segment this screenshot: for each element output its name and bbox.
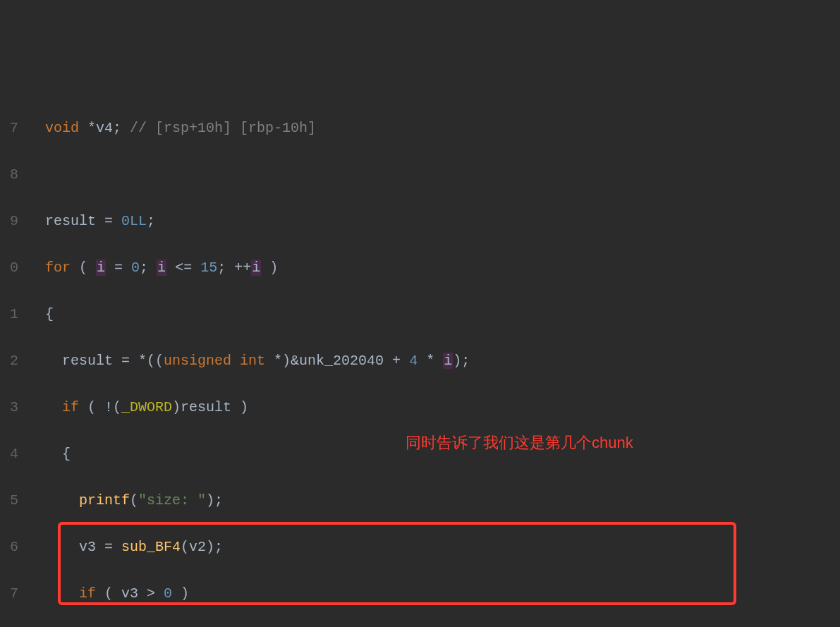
- variable-i-highlight: i: [251, 260, 261, 276]
- code-line[interactable]: result = 0LL;: [28, 209, 571, 233]
- line-number: 7: [0, 582, 18, 605]
- line-number: 8: [0, 163, 18, 186]
- code-line[interactable]: result = *((unsigned int *)&unk_202040 +…: [28, 349, 571, 372]
- line-number: 6: [0, 535, 18, 559]
- code-line[interactable]: if ( v3 > 0 ): [28, 582, 571, 605]
- line-number: 0: [0, 256, 18, 279]
- code-line[interactable]: if ( !(_DWORD)result ): [28, 396, 571, 419]
- line-number: 2: [0, 349, 18, 372]
- line-number: 4: [0, 442, 18, 465]
- line-number: 3: [0, 396, 18, 419]
- code-line[interactable]: void *v4; // [rsp+10h] [rbp-10h]: [28, 116, 571, 140]
- variable-i-highlight: i: [443, 353, 453, 369]
- line-number: 9: [0, 209, 18, 233]
- line-number-gutter: 7 8 9 0 1 2 3 4 5 6 7 8 9 0 1 2 3 4 5 6 …: [0, 93, 24, 627]
- code-line[interactable]: {: [28, 303, 571, 326]
- code-line[interactable]: printf("size: ");: [28, 489, 571, 512]
- variable-i-highlight: i: [96, 260, 106, 276]
- line-number: 7: [0, 116, 18, 140]
- code-area[interactable]: void *v4; // [rsp+10h] [rbp-10h] result …: [24, 93, 571, 627]
- code-line[interactable]: v3 = sub_BF4(v2);: [28, 535, 571, 559]
- code-line[interactable]: for ( i = 0; i <= 15; ++i ): [28, 256, 571, 279]
- variable-i-highlight: i: [157, 260, 166, 276]
- annotation-text: 同时告诉了我们这是第几个chunk: [406, 430, 633, 456]
- code-line[interactable]: [28, 163, 571, 186]
- line-number: 5: [0, 489, 18, 512]
- code-editor[interactable]: 7 8 9 0 1 2 3 4 5 6 7 8 9 0 1 2 3 4 5 6 …: [0, 93, 840, 627]
- line-number: 1: [0, 303, 18, 326]
